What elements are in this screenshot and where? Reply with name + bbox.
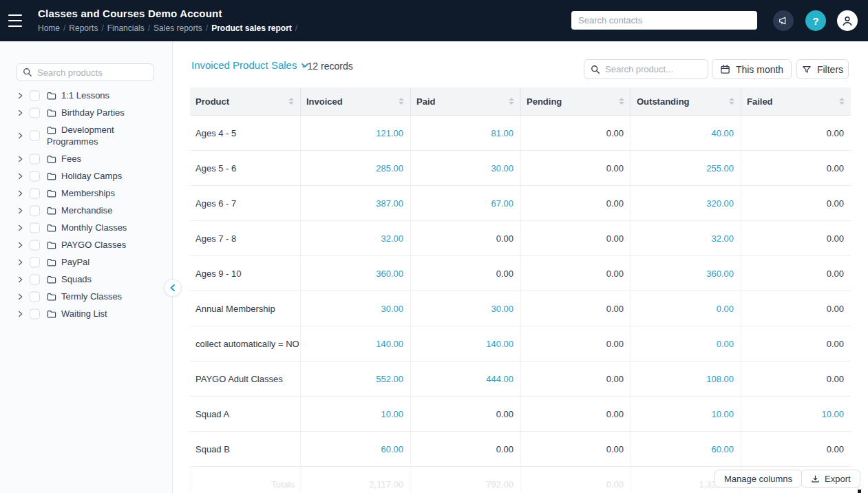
- amount-link-cell[interactable]: 255.00: [631, 151, 741, 186]
- help-button[interactable]: ?: [805, 10, 826, 31]
- date-range-button[interactable]: This month: [712, 59, 792, 79]
- amount-link-cell[interactable]: 387.00: [300, 186, 410, 221]
- category-checkbox[interactable]: [30, 222, 40, 233]
- sidebar-tree-item[interactable]: Birthday Parties: [0, 104, 173, 121]
- expand-chevron-icon[interactable]: [17, 133, 23, 139]
- amount-link-cell[interactable]: 552.00: [300, 361, 410, 397]
- category-checkbox[interactable]: [30, 90, 40, 101]
- breadcrumb-link[interactable]: Reports: [69, 23, 98, 33]
- amount-link-cell[interactable]: 32.00: [631, 221, 741, 256]
- expand-chevron-icon[interactable]: [17, 109, 23, 116]
- sidebar-tree-item[interactable]: Memberships: [0, 185, 173, 202]
- amount-link-cell[interactable]: 0.00: [631, 291, 741, 326]
- category-checkbox[interactable]: [30, 131, 40, 141]
- amount-cell: 0.00: [741, 432, 851, 467]
- calendar-icon: [720, 64, 730, 74]
- amount-link-cell[interactable]: 10.00: [741, 397, 851, 432]
- amount-link-cell[interactable]: 121.00: [300, 116, 410, 151]
- amount-link-cell[interactable]: 81.00: [410, 116, 520, 151]
- sidebar-tree-item[interactable]: Termly Classes: [0, 288, 173, 305]
- announcements-button[interactable]: [773, 10, 794, 31]
- expand-chevron-icon[interactable]: [17, 259, 23, 265]
- amount-link-cell[interactable]: 67.00: [410, 186, 520, 221]
- breadcrumb-link[interactable]: Product sales report: [211, 23, 292, 33]
- product-cell: Annual Membership: [190, 291, 300, 326]
- expand-chevron-icon[interactable]: [17, 92, 23, 98]
- sidebar-tree-item[interactable]: Squads: [0, 271, 173, 288]
- category-checkbox[interactable]: [30, 171, 40, 181]
- sidebar-tree-item[interactable]: Holiday Camps: [0, 167, 173, 185]
- amount-link-cell[interactable]: 360.00: [631, 256, 741, 291]
- report-type-select[interactable]: Invoiced Product Sales: [191, 59, 309, 71]
- amount-link-cell[interactable]: 360.00: [300, 256, 410, 291]
- account-avatar-button[interactable]: [837, 10, 858, 31]
- filters-button[interactable]: Filters: [796, 59, 849, 79]
- breadcrumb-link[interactable]: Financials: [107, 23, 145, 33]
- breadcrumb-separator: /: [101, 23, 103, 33]
- category-checkbox[interactable]: [30, 274, 40, 284]
- expand-chevron-icon[interactable]: [17, 242, 23, 248]
- menu-icon[interactable]: [8, 14, 22, 27]
- folder-icon: [47, 155, 56, 163]
- column-header[interactable]: Pending: [520, 87, 631, 115]
- amount-link-cell[interactable]: 30.00: [300, 291, 410, 326]
- expand-chevron-icon[interactable]: [17, 276, 23, 282]
- amount-link-cell[interactable]: 0.00: [631, 326, 741, 361]
- category-checkbox[interactable]: [30, 257, 40, 267]
- amount-link-cell[interactable]: 60.00: [631, 432, 741, 467]
- column-header[interactable]: Failed: [741, 87, 851, 115]
- amount-link-cell[interactable]: 320.00: [631, 186, 741, 221]
- amount-link-cell[interactable]: 32.00: [300, 221, 410, 256]
- search-product-input[interactable]: [605, 64, 701, 74]
- category-checkbox[interactable]: [30, 188, 40, 198]
- sidebar-search: [17, 63, 154, 81]
- expand-chevron-icon[interactable]: [17, 156, 23, 162]
- expand-chevron-icon[interactable]: [17, 173, 23, 179]
- expand-chevron-icon[interactable]: [17, 190, 23, 196]
- category-checkbox[interactable]: [30, 240, 40, 250]
- sidebar-tree-item[interactable]: PayPal: [0, 253, 173, 271]
- amount-link-cell[interactable]: 40.00: [631, 116, 741, 151]
- amount-link-cell[interactable]: 60.00: [300, 432, 410, 467]
- amount-link-cell[interactable]: 140.00: [300, 326, 410, 361]
- category-checkbox[interactable]: [30, 107, 40, 118]
- column-header[interactable]: Product: [190, 87, 300, 115]
- category-checkbox[interactable]: [30, 205, 40, 216]
- amount-link-cell[interactable]: 30.00: [410, 291, 520, 326]
- amount-cell: 0.00: [410, 397, 520, 432]
- expand-chevron-icon[interactable]: [17, 311, 23, 317]
- amount-link-cell[interactable]: 108.00: [631, 361, 741, 397]
- amount-link-cell[interactable]: 140.00: [410, 326, 520, 361]
- category-label: Termly Classes: [61, 291, 122, 302]
- amount-cell: 0.00: [741, 186, 851, 221]
- sidebar-tree-item[interactable]: Monthly Classes: [0, 219, 173, 236]
- column-header[interactable]: Invoiced: [300, 87, 410, 115]
- amount-link-cell[interactable]: 444.00: [410, 361, 520, 397]
- category-checkbox[interactable]: [30, 154, 40, 164]
- sidebar-tree-item[interactable]: 1:1 Lessons: [0, 87, 173, 104]
- breadcrumb-link[interactable]: Home: [38, 23, 60, 33]
- breadcrumb-link[interactable]: Sales reports: [154, 23, 202, 33]
- expand-chevron-icon[interactable]: [17, 293, 23, 300]
- category-checkbox[interactable]: [30, 308, 40, 319]
- sidebar-tree-item[interactable]: Fees: [0, 150, 173, 167]
- sidebar-tree-item[interactable]: Development Programmes: [0, 121, 173, 150]
- search-contacts-input[interactable]: [571, 11, 757, 30]
- search-products-input[interactable]: [37, 67, 148, 78]
- expand-chevron-icon[interactable]: [17, 207, 23, 213]
- export-button[interactable]: Export: [801, 470, 860, 487]
- sidebar-tree-item[interactable]: Merchandise: [0, 202, 173, 219]
- amount-link-cell[interactable]: 10.00: [300, 397, 410, 432]
- sidebar-tree-item[interactable]: PAYGO Classes: [0, 236, 173, 253]
- manage-columns-button[interactable]: Manage columns: [714, 470, 802, 487]
- sidebar-collapse-button[interactable]: [164, 279, 182, 297]
- column-header[interactable]: Paid: [410, 87, 520, 115]
- expand-chevron-icon[interactable]: [17, 224, 23, 231]
- column-header[interactable]: Outstanding: [631, 87, 741, 115]
- amount-link-cell[interactable]: 10.00: [631, 397, 741, 432]
- amount-link-cell[interactable]: 285.00: [300, 151, 410, 186]
- amount-link-cell[interactable]: 30.00: [410, 151, 520, 186]
- category-checkbox[interactable]: [30, 291, 40, 302]
- product-cell: Squad A: [190, 397, 300, 432]
- sidebar-tree-item[interactable]: Waiting List: [0, 305, 173, 322]
